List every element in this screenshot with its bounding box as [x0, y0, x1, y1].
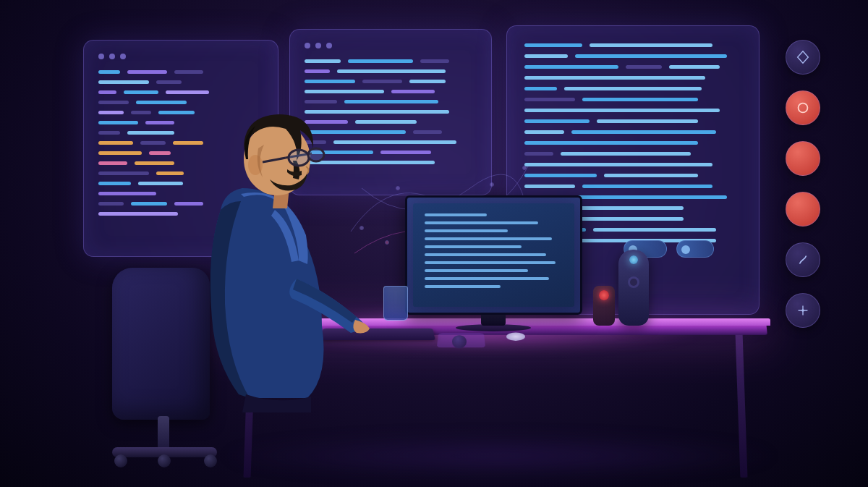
monitor	[405, 195, 582, 315]
sparkle-icon	[786, 293, 820, 328]
chair-wheel	[114, 454, 127, 467]
svg-point-14	[308, 148, 324, 161]
developer-figure	[177, 109, 409, 412]
pill-widget	[676, 240, 714, 258]
svg-point-6	[523, 166, 527, 170]
chair-wheel	[204, 454, 217, 467]
diamond-icon	[786, 40, 820, 75]
floor-shadow	[217, 434, 781, 478]
speaker	[618, 250, 649, 326]
small-speaker	[593, 286, 615, 326]
mouse	[452, 335, 467, 348]
side-icon-strip	[781, 40, 825, 328]
svg-point-5	[490, 183, 494, 187]
svg-point-0	[799, 103, 808, 113]
small-object	[506, 332, 526, 340]
slash-icon	[786, 242, 820, 277]
chair-wheel	[158, 454, 171, 467]
circle-icon	[786, 192, 820, 226]
svg-point-1	[801, 309, 804, 312]
circle-icon	[786, 141, 820, 176]
circle-icon	[786, 90, 820, 125]
monitor-screen	[413, 203, 574, 307]
svg-point-13	[289, 150, 309, 166]
